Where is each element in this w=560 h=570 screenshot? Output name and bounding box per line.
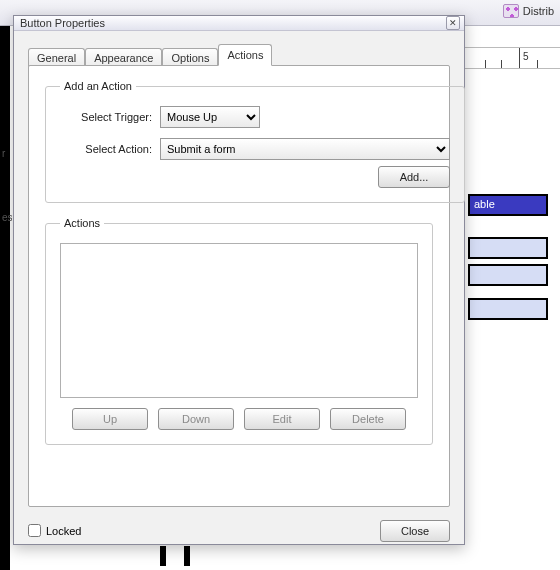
background-field-text: able [474, 198, 495, 210]
close-icon: ✕ [449, 19, 457, 28]
add-button[interactable]: Add... [378, 166, 450, 188]
background-form-field [468, 298, 548, 320]
actions-listbox[interactable] [60, 243, 418, 398]
delete-button[interactable]: Delete [330, 408, 406, 430]
locked-label: Locked [46, 525, 81, 537]
background-page-edge [0, 26, 10, 570]
add-action-group: Add an Action Select Trigger: Mouse Up S… [45, 80, 465, 203]
background-form-field-selected: able [468, 194, 548, 216]
background-peek-text: es [2, 212, 12, 223]
background-ruler: 5 [465, 47, 560, 69]
actions-button-row: Up Down Edit Delete [60, 408, 418, 430]
tab-actions[interactable]: Actions [218, 44, 272, 66]
close-button[interactable]: Close [380, 520, 450, 542]
select-action-dropdown[interactable]: Submit a form [160, 138, 450, 160]
dialog-title: Button Properties [20, 17, 105, 29]
distribute-label: Distrib [523, 5, 554, 17]
background-page-bottom [160, 546, 190, 566]
add-button-row: Add... [60, 166, 450, 188]
select-trigger-dropdown[interactable]: Mouse Up [160, 106, 260, 128]
action-label: Select Action: [60, 143, 152, 155]
locked-area: Locked [28, 524, 81, 537]
tab-strip: General Appearance Options Actions [28, 43, 450, 66]
actions-list-legend: Actions [60, 217, 104, 229]
background-peek-text: r [2, 148, 12, 159]
button-properties-dialog: Button Properties ✕ General Appearance O… [13, 15, 465, 545]
action-row: Select Action: Submit a form [60, 138, 450, 160]
actions-list-group: Actions Up Down Edit Delete [45, 217, 433, 445]
background-form-field [468, 264, 548, 286]
dialog-titlebar: Button Properties ✕ [14, 16, 464, 31]
distribute-icon [503, 4, 519, 18]
trigger-label: Select Trigger: [60, 111, 152, 123]
background-form-field [468, 237, 548, 259]
locked-checkbox[interactable] [28, 524, 41, 537]
add-action-legend: Add an Action [60, 80, 136, 92]
tab-panel-actions: Add an Action Select Trigger: Mouse Up S… [28, 65, 450, 507]
dialog-close-button[interactable]: ✕ [446, 16, 460, 30]
ruler-tick-number: 5 [523, 51, 529, 62]
distribute-tool: Distrib [503, 4, 554, 18]
down-button[interactable]: Down [158, 408, 234, 430]
dialog-body: General Appearance Options Actions Add a… [14, 31, 464, 517]
trigger-row: Select Trigger: Mouse Up [60, 106, 450, 128]
edit-button[interactable]: Edit [244, 408, 320, 430]
up-button[interactable]: Up [72, 408, 148, 430]
dialog-footer: Locked Close [14, 517, 464, 544]
